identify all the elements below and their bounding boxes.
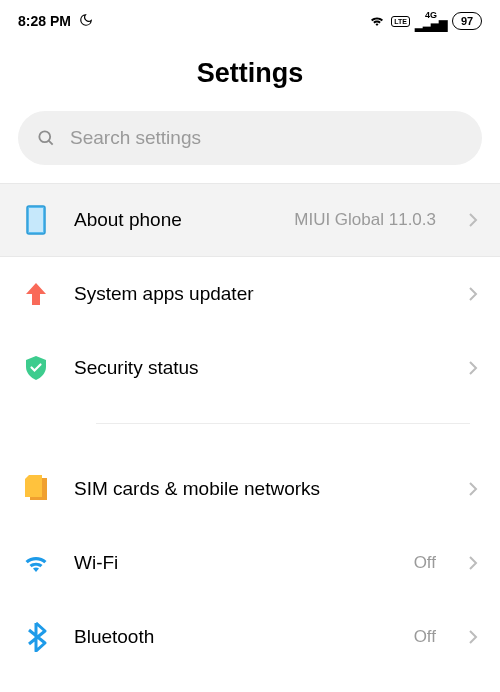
status-time: 8:28 PM: [18, 13, 71, 29]
row-label: Bluetooth: [74, 626, 390, 648]
sim-icon: [22, 475, 50, 503]
phone-icon: [22, 205, 50, 235]
wifi-icon: [22, 552, 50, 574]
chevron-right-icon: [468, 212, 478, 228]
chevron-right-icon: [468, 286, 478, 302]
chevron-right-icon: [468, 555, 478, 571]
svg-point-0: [39, 131, 50, 142]
update-arrow-icon: [22, 281, 50, 307]
row-value: Off: [414, 553, 436, 573]
settings-list: About phone MIUI Global 11.0.3 System ap…: [0, 183, 500, 674]
row-sim-cards[interactable]: SIM cards & mobile networks: [0, 452, 500, 526]
row-label: About phone: [74, 209, 270, 231]
chevron-right-icon: [468, 629, 478, 645]
bluetooth-icon: [22, 622, 50, 652]
row-value: MIUI Global 11.0.3: [294, 210, 436, 230]
svg-rect-3: [29, 208, 43, 232]
row-value: Off: [414, 627, 436, 647]
row-label: System apps updater: [74, 283, 444, 305]
shield-icon: [22, 355, 50, 381]
row-label: Wi-Fi: [74, 552, 390, 574]
chevron-right-icon: [468, 360, 478, 376]
search-placeholder: Search settings: [70, 127, 201, 149]
row-about-phone[interactable]: About phone MIUI Global 11.0.3: [0, 183, 500, 257]
row-label: SIM cards & mobile networks: [74, 478, 444, 500]
search-icon: [36, 128, 56, 148]
battery-indicator: 97: [452, 12, 482, 30]
row-system-updater[interactable]: System apps updater: [0, 257, 500, 331]
dnd-moon-icon: [79, 13, 93, 30]
svg-line-1: [49, 141, 53, 145]
row-bluetooth[interactable]: Bluetooth Off: [0, 600, 500, 674]
page-title: Settings: [0, 58, 500, 89]
status-bar: 8:28 PM LTE 4G ▂▃▅▇ 97: [0, 0, 500, 38]
row-wifi[interactable]: Wi-Fi Off: [0, 526, 500, 600]
row-label: Security status: [74, 357, 444, 379]
search-input[interactable]: Search settings: [18, 111, 482, 165]
section-divider: [96, 423, 470, 424]
chevron-right-icon: [468, 481, 478, 497]
network-indicator: 4G ▂▃▅▇: [415, 11, 447, 32]
wifi-icon: [368, 13, 386, 30]
lte-badge: LTE: [391, 16, 410, 27]
row-security-status[interactable]: Security status: [0, 331, 500, 405]
